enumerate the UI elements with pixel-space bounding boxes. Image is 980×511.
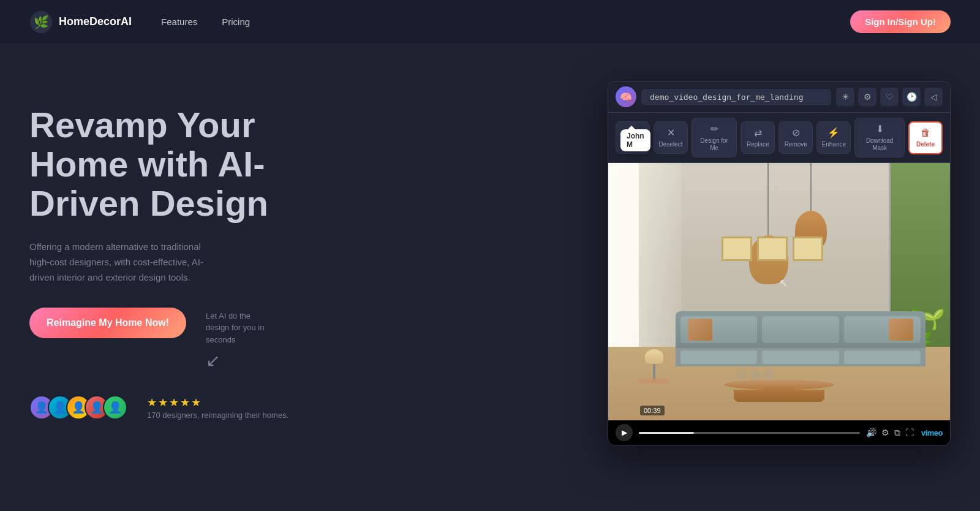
nav-features[interactable]: Features bbox=[161, 17, 197, 27]
deselect-button[interactable]: ✕ Deselect bbox=[654, 121, 688, 154]
user-tooltip: John M bbox=[620, 129, 650, 151]
cta-row: Reimagine My Home Now! Let AI do the des… bbox=[29, 308, 348, 371]
side-lamp-shade bbox=[645, 349, 663, 364]
sofa-cushion-2 bbox=[762, 316, 839, 343]
enhance-icon: ⚡ bbox=[827, 127, 840, 138]
sofa-pillow-2 bbox=[889, 319, 913, 341]
app-user-avatar: 🧠 bbox=[616, 86, 636, 107]
wall-art-group bbox=[722, 237, 823, 261]
nav-links: Features Pricing bbox=[161, 17, 250, 27]
delete-button[interactable]: 🗑 Delete bbox=[908, 121, 943, 154]
avatar-5: 👤 bbox=[103, 395, 127, 420]
fullscreen-icon[interactable]: ⛶ bbox=[905, 428, 914, 437]
arrow-curl-icon: ↙ bbox=[206, 350, 267, 371]
remove-button[interactable]: ⊘ Remove bbox=[778, 121, 813, 154]
cta-button[interactable]: Reimagine My Home Now! bbox=[29, 308, 186, 338]
delete-icon: 🗑 bbox=[921, 127, 930, 138]
app-filename: demo_video_design_for_me_landing bbox=[641, 89, 831, 105]
sofa-seat-cushion-2 bbox=[762, 350, 839, 364]
remove-icon: ⊘ bbox=[792, 127, 800, 138]
logo-icon: 🌿 bbox=[29, 10, 53, 34]
ai-note: Let AI do the design for you in seconds bbox=[206, 308, 267, 346]
table-items bbox=[736, 369, 774, 380]
sun-icon[interactable]: ☀ bbox=[836, 88, 854, 106]
right-panel: 🧠 demo_video_design_for_me_landing John … bbox=[372, 81, 951, 445]
lamp-cord-1 bbox=[767, 163, 769, 237]
history-icon[interactable]: 🕐 bbox=[902, 88, 921, 106]
sofa-pillow-1 bbox=[688, 319, 712, 341]
download-mask-label: Download Mask bbox=[861, 137, 898, 152]
room-scene: 🌿🌱🌿 bbox=[608, 163, 950, 420]
heart-icon[interactable]: ♡ bbox=[880, 88, 899, 106]
wall-art-2 bbox=[757, 237, 788, 261]
social-proof: 👤 👤 👤 👤 👤 ★★★★★ 170 designers, reimagini… bbox=[29, 395, 348, 420]
logo-text: HomeDecorAI bbox=[59, 15, 132, 28]
logo-area: 🌿 HomeDecorAI bbox=[29, 10, 132, 34]
settings-icon[interactable]: ⚙ bbox=[858, 88, 876, 106]
sofa-back bbox=[676, 311, 925, 348]
progress-fill bbox=[639, 432, 694, 434]
vimeo-logo: vimeo bbox=[921, 428, 943, 437]
remove-label: Remove bbox=[785, 141, 807, 148]
hero-title: Revamp Your Home with AI-Driven Design bbox=[29, 105, 348, 222]
deselect-icon: ✕ bbox=[667, 127, 675, 138]
hero-subtitle: Offering a modern alternative to traditi… bbox=[29, 240, 219, 285]
table-item-1 bbox=[736, 369, 747, 380]
table-item-2 bbox=[750, 369, 761, 380]
design-label: Design for Me bbox=[698, 137, 730, 152]
enhance-button[interactable]: ⚡ Enhance bbox=[816, 121, 851, 154]
design-for-me-button[interactable]: ✏ Design for Me bbox=[692, 118, 737, 157]
left-panel: Revamp Your Home with AI-Driven Design O… bbox=[29, 81, 348, 420]
enhance-label: Enhance bbox=[822, 141, 846, 148]
download-icon: ⬇ bbox=[876, 123, 884, 135]
replace-button[interactable]: ⇄ Replace bbox=[741, 121, 775, 154]
send-icon[interactable]: ◁ bbox=[924, 88, 943, 106]
design-icon: ✏ bbox=[710, 123, 718, 135]
coffee-table-top bbox=[724, 380, 834, 390]
app-window: 🧠 demo_video_design_for_me_landing John … bbox=[608, 81, 951, 445]
avatar-stack: 👤 👤 👤 👤 👤 bbox=[29, 395, 127, 420]
table-item-3 bbox=[763, 369, 774, 380]
sofa-seat-cushion-1 bbox=[680, 350, 757, 364]
svg-text:🌿: 🌿 bbox=[34, 15, 49, 29]
lamp-cord-2 bbox=[810, 163, 812, 212]
wall-art-3 bbox=[793, 237, 823, 261]
side-table-top bbox=[639, 379, 669, 384]
navbar-left: 🌿 HomeDecorAI Features Pricing bbox=[29, 10, 250, 34]
video-controls: ▶ 🔊 ⚙ ⧉ ⛶ vimeo bbox=[608, 420, 950, 445]
replace-icon: ⇄ bbox=[754, 127, 762, 138]
ai-note-area: Let AI do the design for you in seconds … bbox=[206, 308, 267, 371]
stars-rating: ★★★★★ bbox=[147, 396, 288, 409]
video-area: 🌿🌱🌿 bbox=[608, 163, 950, 445]
coffee-table bbox=[724, 380, 834, 402]
app-topbar-icons: ☀ ⚙ ♡ 🕐 ◁ bbox=[836, 88, 943, 106]
app-toolbar: ↺ Undo ✕ Deselect ✏ Design for Me ⇄ Repl… bbox=[608, 113, 950, 163]
sofa-seat-cushion-3 bbox=[844, 350, 921, 364]
sofa-seat bbox=[676, 348, 925, 366]
cursor-indicator: ↖ bbox=[779, 276, 788, 290]
app-topbar: 🧠 demo_video_design_for_me_landing John … bbox=[608, 81, 950, 113]
play-button[interactable]: ▶ bbox=[616, 424, 633, 441]
social-text: ★★★★★ 170 designers, reimagining their h… bbox=[147, 396, 288, 420]
progress-bar[interactable] bbox=[639, 432, 860, 434]
side-table bbox=[639, 349, 669, 384]
volume-icon[interactable]: 🔊 bbox=[866, 428, 876, 437]
video-control-icons: 🔊 ⚙ ⧉ ⛶ vimeo bbox=[866, 428, 943, 438]
nav-pricing[interactable]: Pricing bbox=[222, 17, 250, 27]
video-timestamp: 00:39 bbox=[640, 406, 665, 415]
download-mask-button[interactable]: ⬇ Download Mask bbox=[854, 118, 905, 157]
delete-label: Delete bbox=[916, 141, 935, 148]
replace-label: Replace bbox=[747, 141, 769, 148]
wall-art-1 bbox=[722, 237, 752, 261]
deselect-label: Deselect bbox=[659, 141, 683, 148]
settings-video-icon[interactable]: ⚙ bbox=[881, 428, 889, 437]
signin-button[interactable]: Sign In/Sign Up! bbox=[850, 10, 951, 33]
navbar: 🌿 HomeDecorAI Features Pricing Sign In/S… bbox=[0, 0, 980, 44]
coffee-table-legs bbox=[734, 390, 824, 402]
side-lamp-base bbox=[653, 364, 655, 379]
social-desc: 170 designers, reimagining their homes. bbox=[147, 411, 288, 420]
picture-in-picture-icon[interactable]: ⧉ bbox=[894, 428, 900, 438]
main-content: Revamp Your Home with AI-Driven Design O… bbox=[0, 44, 980, 511]
sofa bbox=[676, 311, 925, 366]
